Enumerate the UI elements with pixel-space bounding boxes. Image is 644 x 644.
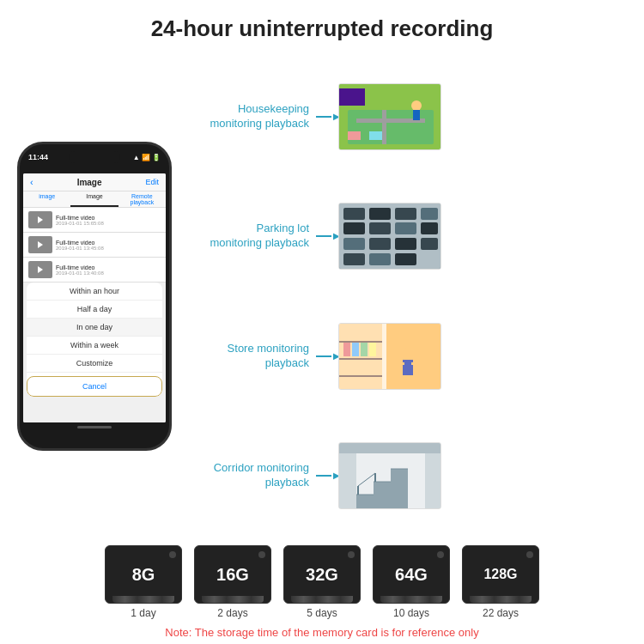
screen-tab-image2[interactable]: Image xyxy=(70,191,118,207)
screen-back[interactable]: ‹ xyxy=(30,177,33,187)
svg-rect-20 xyxy=(395,238,416,250)
list-label-3: Full-time video xyxy=(56,264,104,270)
svg-rect-27 xyxy=(386,324,441,390)
svg-point-35 xyxy=(402,348,414,360)
dropdown-half-day[interactable]: Half a day xyxy=(27,301,162,319)
monitoring-img-housekeeping xyxy=(338,83,441,150)
sd-card-item-128g: 128G 22 days xyxy=(462,545,539,619)
list-time-2: 2019-01-01 13:45:08 xyxy=(56,246,104,251)
svg-rect-26 xyxy=(339,324,382,390)
svg-rect-6 xyxy=(339,88,365,106)
monitoring-line-2 xyxy=(316,235,331,237)
screen-header: ‹ Image Edit xyxy=(23,173,166,191)
monitoring-list: Housekeepingmonitoring playback xyxy=(189,56,635,537)
svg-rect-34 xyxy=(369,343,376,356)
middle-section: 11:44 ▲ 📶 🔋 ‹ Image Edit image Image Rem… xyxy=(0,56,644,537)
svg-rect-11 xyxy=(369,208,391,220)
svg-rect-12 xyxy=(395,208,416,220)
monitoring-img-corridor xyxy=(338,442,441,509)
svg-rect-29 xyxy=(339,358,382,360)
thumb-2 xyxy=(28,236,52,253)
sd-card-32g: 32G xyxy=(283,545,361,604)
monitoring-line-3 xyxy=(316,355,331,357)
svg-rect-21 xyxy=(421,238,438,250)
sd-days-8g: 1 day xyxy=(131,607,155,619)
svg-rect-32 xyxy=(352,343,359,356)
sd-days-128g: 22 days xyxy=(483,607,519,619)
svg-rect-15 xyxy=(369,222,391,234)
sd-cards-row: 8G 1 day 16G 2 days 32G 5 days 64G xyxy=(105,545,539,619)
monitoring-label-housekeeping: Housekeepingmonitoring playback xyxy=(189,102,309,131)
thumb-3 xyxy=(28,261,52,278)
sd-card-item-32g: 32G 5 days xyxy=(283,545,361,619)
screen-dropdown: Within an hour Half a day In one day Wit… xyxy=(27,283,162,397)
play-icon-3 xyxy=(38,266,43,273)
screen-tab-remote[interactable]: Remote playback xyxy=(118,191,166,207)
svg-rect-31 xyxy=(343,343,350,356)
dropdown-within-week[interactable]: Within a week xyxy=(27,337,162,355)
note-text: Note: The storage time of the memory car… xyxy=(165,626,478,639)
sd-label-32g: 32G xyxy=(306,565,338,585)
svg-rect-10 xyxy=(343,208,365,220)
svg-rect-17 xyxy=(421,222,438,234)
svg-rect-19 xyxy=(369,238,391,250)
dropdown-cancel[interactable]: Cancel xyxy=(27,376,162,397)
list-label-1: Full-time video xyxy=(56,215,104,221)
list-info-2: Full-time video 2019-01-01 13:45:08 xyxy=(56,240,104,251)
play-icon-1 xyxy=(38,216,43,223)
svg-rect-7 xyxy=(348,131,361,140)
sd-card-item-16g: 16G 2 days xyxy=(194,545,271,619)
phone-bottom-bar xyxy=(23,422,166,431)
monitoring-label-corridor: Corridor monitoringplayback xyxy=(189,461,309,490)
svg-point-4 xyxy=(411,100,422,111)
monitoring-row-parking: Parking lotmonitoring playback xyxy=(189,179,635,295)
svg-rect-18 xyxy=(343,238,365,250)
sd-card-item-8g: 8G 1 day xyxy=(105,545,182,619)
phone-body: 11:44 ▲ 📶 🔋 ‹ Image Edit image Image Rem… xyxy=(17,142,172,451)
list-info-3: Full-time video 2019-01-01 13:40:08 xyxy=(56,264,104,276)
svg-rect-8 xyxy=(369,131,382,140)
phone-status-bar: 11:44 ▲ 📶 🔋 xyxy=(28,153,161,161)
sd-label-8g: 8G xyxy=(132,565,155,585)
screen-title: Image xyxy=(77,178,102,187)
sd-days-16g: 2 days xyxy=(217,607,247,619)
monitoring-label-parking: Parking lotmonitoring playback xyxy=(189,222,309,251)
bottom-section: 8G 1 day 16G 2 days 32G 5 days 64G xyxy=(0,537,644,644)
monitoring-row-corridor: Corridor monitoringplayback xyxy=(189,419,635,534)
svg-rect-28 xyxy=(339,341,382,343)
sd-days-64g: 10 days xyxy=(393,607,429,619)
list-time-1: 2019-01-01 15:65:08 xyxy=(56,221,104,226)
monitoring-row-store: Store monitoringplayback xyxy=(189,299,635,414)
screen-tabs: image Image Remote playback xyxy=(23,191,166,208)
screen-list: Full-time video 2019-01-01 15:65:08 Full… xyxy=(23,208,166,422)
monitoring-line-4 xyxy=(316,475,331,477)
sd-label-128g: 128G xyxy=(483,567,517,582)
screen-tab-image[interactable]: image xyxy=(23,191,70,207)
sd-card-128g: 128G xyxy=(462,545,539,604)
list-label-2: Full-time video xyxy=(56,240,104,246)
phone-icons: ▲ 📶 🔋 xyxy=(133,154,161,161)
screen-edit[interactable]: Edit xyxy=(145,178,159,186)
page: 24-hour uninterrupted recording 11:44 ▲ … xyxy=(0,0,644,644)
svg-rect-14 xyxy=(343,222,365,234)
phone-screen: ‹ Image Edit image Image Remote playback xyxy=(23,173,166,422)
svg-rect-33 xyxy=(361,343,368,356)
svg-rect-16 xyxy=(395,222,416,234)
phone-mockup: 11:44 ▲ 📶 🔋 ‹ Image Edit image Image Rem… xyxy=(9,56,180,537)
svg-rect-37 xyxy=(399,362,404,365)
svg-rect-36 xyxy=(403,360,413,375)
dropdown-in-one-day[interactable]: In one day xyxy=(27,319,162,337)
svg-rect-3 xyxy=(382,110,386,144)
page-title: 24-hour uninterrupted recording xyxy=(151,15,494,42)
svg-rect-38 xyxy=(411,362,416,365)
sd-card-item-64g: 64G 10 days xyxy=(373,545,450,619)
dropdown-customize[interactable]: Customize xyxy=(27,355,162,373)
sd-card-64g: 64G xyxy=(373,545,450,604)
svg-rect-30 xyxy=(339,375,382,377)
monitoring-row-housekeeping: Housekeepingmonitoring playback xyxy=(189,59,635,174)
dropdown-within-hour[interactable]: Within an hour xyxy=(27,283,162,301)
sd-label-16g: 16G xyxy=(216,565,249,585)
sd-card-16g: 16G xyxy=(194,545,271,604)
phone-time: 11:44 xyxy=(28,153,48,161)
thumb-1 xyxy=(28,211,52,228)
